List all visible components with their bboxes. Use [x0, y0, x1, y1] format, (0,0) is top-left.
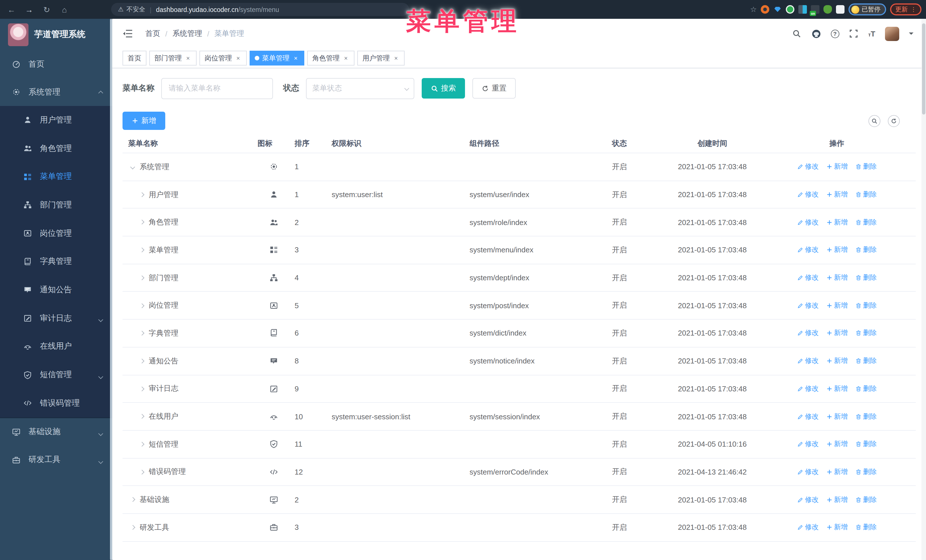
sidebar-item-审计日志[interactable]: 审计日志 [0, 304, 112, 332]
page-scrollbar-thumb[interactable] [922, 23, 925, 115]
edit-link[interactable]: 修改 [797, 356, 819, 366]
edit-link[interactable]: 修改 [797, 467, 819, 477]
expand-row-icon[interactable] [137, 415, 147, 418]
sidebar-item-首页[interactable]: 首页 [0, 50, 112, 78]
extension-monkey-icon[interactable] [823, 5, 832, 14]
sidebar-item-系统管理[interactable]: 系统管理 [0, 78, 112, 106]
delete-link[interactable]: 删除 [855, 245, 877, 255]
address-bar[interactable]: ⚠ 不安全 | dashboard.yudao.iocoder.cn/syste… [111, 3, 409, 16]
search-button[interactable]: 搜索 [422, 78, 465, 98]
sidebar-item-用户管理[interactable]: 用户管理 [0, 106, 112, 134]
extension-dark-icon[interactable]: on [811, 5, 819, 14]
help-icon[interactable]: ? [831, 29, 839, 38]
extension-green-icon[interactable] [786, 5, 794, 14]
add-link[interactable]: 新增 [826, 273, 848, 282]
expand-row-icon[interactable] [128, 498, 137, 501]
delete-link[interactable]: 删除 [855, 523, 877, 532]
add-link[interactable]: 新增 [826, 439, 848, 449]
edit-link[interactable]: 修改 [797, 301, 819, 311]
sidebar-item-基础设施[interactable]: 基础设施 [0, 418, 112, 446]
add-link[interactable]: 新增 [826, 412, 848, 421]
expand-row-icon[interactable] [137, 221, 147, 224]
delete-link[interactable]: 删除 [855, 384, 877, 394]
sidebar-item-角色管理[interactable]: 角色管理 [0, 134, 112, 162]
add-link[interactable]: 新增 [826, 523, 848, 532]
sidebar-item-部门管理[interactable]: 部门管理 [0, 191, 112, 219]
profile-paused-pill[interactable]: 已暂停 [849, 3, 886, 15]
sidebar-item-字典管理[interactable]: 字典管理 [0, 248, 112, 276]
edit-link[interactable]: 修改 [797, 190, 819, 199]
add-link[interactable]: 新增 [826, 495, 848, 504]
expand-row-icon[interactable] [128, 526, 137, 529]
tag-角色管理[interactable]: 角色管理× [307, 51, 354, 65]
delete-link[interactable]: 删除 [855, 217, 877, 227]
expand-row-icon[interactable] [137, 470, 147, 473]
breadcrumb-home[interactable]: 首页 [145, 29, 160, 39]
add-link[interactable]: 新增 [826, 301, 848, 311]
expand-row-icon[interactable] [137, 276, 147, 279]
edit-link[interactable]: 修改 [797, 162, 819, 172]
edit-link[interactable]: 修改 [797, 439, 819, 449]
edit-link[interactable]: 修改 [797, 384, 819, 394]
app-logo-row[interactable]: 芋道管理系统 [0, 19, 112, 50]
delete-link[interactable]: 删除 [855, 328, 877, 338]
delete-link[interactable]: 删除 [855, 273, 877, 282]
extension-gem-icon[interactable] [773, 5, 782, 14]
delete-link[interactable]: 删除 [855, 412, 877, 421]
add-link[interactable]: 新增 [826, 356, 848, 366]
expand-row-icon[interactable] [137, 304, 147, 307]
tag-close-icon[interactable]: × [185, 55, 191, 62]
delete-link[interactable]: 删除 [855, 356, 877, 366]
extension-columns-icon[interactable] [798, 5, 807, 14]
expand-row-icon[interactable] [137, 332, 147, 335]
edit-link[interactable]: 修改 [797, 523, 819, 532]
breadcrumb-system[interactable]: 系统管理 [172, 29, 202, 39]
browser-back-icon[interactable]: ← [5, 3, 18, 16]
browser-reload-icon[interactable]: ↻ [41, 3, 53, 16]
add-button[interactable]: 新增 [123, 112, 165, 130]
extensions-puzzle-icon[interactable] [836, 5, 844, 14]
sidebar-item-菜单管理[interactable]: 菜单管理 [0, 163, 112, 191]
sidebar-item-在线用户[interactable]: 在线用户 [0, 332, 112, 361]
delete-link[interactable]: 删除 [855, 467, 877, 477]
browser-update-button[interactable]: 更新 ⋮ [890, 3, 921, 15]
user-avatar[interactable] [885, 27, 899, 41]
add-link[interactable]: 新增 [826, 217, 848, 227]
delete-link[interactable]: 删除 [855, 190, 877, 199]
tag-close-icon[interactable]: × [342, 55, 349, 62]
reset-button[interactable]: 重置 [472, 78, 516, 98]
github-icon[interactable] [811, 29, 821, 38]
tag-菜单管理[interactable]: 菜单管理× [250, 51, 304, 65]
tag-岗位管理[interactable]: 岗位管理× [200, 51, 247, 65]
page-scrollbar[interactable] [921, 19, 926, 560]
status-select[interactable]: 菜单状态 [306, 78, 414, 99]
edit-link[interactable]: 修改 [797, 217, 819, 227]
user-menu-caret-icon[interactable] [909, 32, 914, 37]
expand-row-icon[interactable] [137, 248, 147, 252]
sidebar-item-短信管理[interactable]: 短信管理 [0, 361, 112, 389]
add-link[interactable]: 新增 [826, 384, 848, 394]
collapse-sidebar-icon[interactable] [123, 30, 133, 38]
browser-forward-icon[interactable]: → [23, 3, 35, 16]
tag-部门管理[interactable]: 部门管理× [149, 51, 197, 65]
edit-link[interactable]: 修改 [797, 328, 819, 338]
add-link[interactable]: 新增 [826, 162, 848, 172]
sidebar-item-错误码管理[interactable]: 错误码管理 [0, 389, 112, 417]
tag-首页[interactable]: 首页 [123, 51, 147, 65]
expand-row-icon[interactable] [137, 443, 147, 446]
browser-home-icon[interactable]: ⌂ [58, 3, 71, 16]
font-size-icon[interactable]: тT [868, 29, 875, 38]
edit-link[interactable]: 修改 [797, 245, 819, 255]
add-link[interactable]: 新增 [826, 467, 848, 477]
refresh-table-icon[interactable] [888, 115, 900, 127]
delete-link[interactable]: 删除 [855, 301, 877, 311]
toggle-search-icon[interactable] [869, 115, 881, 127]
extension-orange-icon[interactable] [761, 5, 769, 14]
tag-close-icon[interactable]: × [393, 55, 399, 62]
collapse-row-icon[interactable] [128, 165, 137, 168]
menu-name-input[interactable]: 请输入菜单名称 [161, 78, 273, 99]
expand-row-icon[interactable] [137, 193, 147, 196]
tag-用户管理[interactable]: 用户管理× [357, 51, 405, 65]
edit-link[interactable]: 修改 [797, 273, 819, 282]
delete-link[interactable]: 删除 [855, 162, 877, 172]
